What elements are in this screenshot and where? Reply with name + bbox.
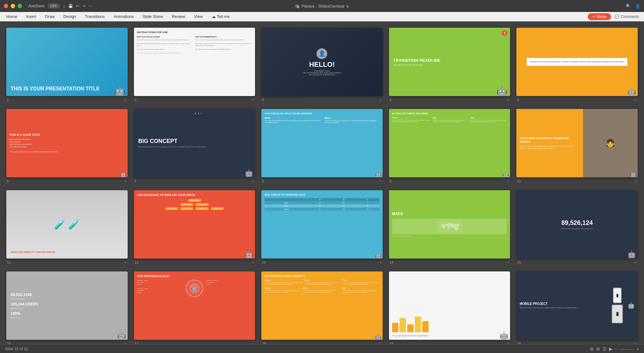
slide-star-6[interactable]: ☆	[124, 179, 127, 183]
slide-4-title: TRANSITION HEADLINE	[393, 58, 506, 63]
dropdown-icon[interactable]: ∨	[346, 4, 349, 9]
slide-number-1: 1	[7, 98, 9, 102]
menu-animations[interactable]: Animations	[112, 14, 135, 20]
slide-thumb-20[interactable]: MOBILE PROJECT Show and explain your web…	[516, 271, 638, 340]
hand-flask-left: 🧪	[54, 219, 66, 230]
slide-number-19: 19	[390, 342, 393, 344]
save-icon[interactable]: 💾	[68, 4, 73, 8]
slide-thumb-1[interactable]: 🤖 THIS IS YOUR PRESENTATION TITLE	[6, 28, 128, 96]
slide-12-title: USE DIAGRAMS TO EXPLAIN YOUR IDEAS	[137, 193, 252, 196]
zoom-in-icon[interactable]: +	[636, 346, 639, 351]
slide-star-16[interactable]: ☆	[124, 342, 127, 344]
slide-star-11[interactable]: ☆	[124, 260, 127, 265]
close-button[interactable]	[4, 4, 8, 8]
slide-area[interactable]: 🤖 THIS IS YOUR PRESENTATION TITLE 1 ☆ IN…	[0, 21, 644, 344]
slide-star-5[interactable]: ☆	[634, 98, 637, 102]
slide-star-4[interactable]: ☆	[506, 98, 509, 102]
slide-wrapper-14: MAPS	[389, 190, 510, 265]
slide-star-1[interactable]: ☆	[124, 98, 127, 102]
home-icon[interactable]: ⌂	[63, 4, 65, 8]
menu-slideshow[interactable]: Slide Show	[141, 14, 164, 20]
slide-star-14[interactable]: ☆	[506, 260, 509, 265]
slide-thumb-5[interactable]: 🤖 "Quotations are commonly printed as a …	[516, 28, 638, 96]
undo-icon[interactable]: ↩	[76, 4, 79, 8]
slide-thumb-3[interactable]: 👤 HELLO! I am Jayden SmithI am here beca…	[261, 28, 383, 96]
slide-star-9[interactable]: ☆	[506, 179, 509, 183]
menu-tellme[interactable]: ☁ Tell me	[210, 14, 231, 20]
slide-number-18: 18	[262, 342, 266, 344]
slide-thumb-11[interactable]: 🧪 🧪 WANT BIG IMPACT? USE BIG IMAGE.	[6, 190, 128, 259]
slide-star-2[interactable]: ☆	[251, 98, 254, 102]
more-icon[interactable]: ⋯	[89, 4, 92, 8]
slide-star-18[interactable]: ☆	[379, 342, 382, 344]
slide-thumb-8[interactable]: 🤖 YOU CAN ALSO SPLIT YOUR CONTENT White …	[261, 109, 383, 177]
slide-thumb-12[interactable]: 🤖 USE DIAGRAMS TO EXPLAIN YOUR IDEAS Lor…	[134, 190, 255, 259]
maximize-button[interactable]	[18, 4, 22, 8]
slide-9-col-1: Yellow Is the color of gold, butter and …	[392, 117, 431, 123]
slide-number-12: 12	[135, 260, 138, 264]
table-row: Yellow 10 20 7	[264, 201, 380, 204]
profile-icon[interactable]: 👤	[635, 4, 640, 9]
slide-wrapper-18: 🤖 LET'S REVIEW SOME CONCEPTS Yellow Is t…	[261, 271, 383, 344]
title-bar: AutoSave OFF ⌂ 💾 ↩ ↪ ⋯ 🎭 Flavius - Slide…	[0, 0, 644, 12]
slide-star-8[interactable]: ☆	[379, 179, 382, 183]
robot-decoration-9: 🤖	[502, 171, 509, 177]
menu-home[interactable]: Home	[5, 14, 19, 20]
robot-decoration-5: 🤖	[627, 88, 636, 96]
slide-star-15[interactable]: ☆	[634, 260, 637, 265]
slide-thumb-17[interactable]: OUR PROCESS IS EASY Vestibulum congueLor…	[134, 271, 255, 340]
menu-draw[interactable]: Draw	[44, 14, 56, 20]
slide-6-title: THIS IS A SLIDE TITLE	[9, 133, 125, 136]
slide-2-col-2: EDIT IN POWERPOINT® Click on the button …	[195, 36, 252, 50]
search-icon[interactable]: 🔍	[626, 4, 631, 9]
slide-star-12[interactable]: ☆	[251, 260, 254, 265]
slide-14-title: MAPS	[392, 212, 507, 216]
slide-thumb-10[interactable]: 👧 A PICTURE IS WORTH A THOUSAND WORDS A …	[516, 109, 638, 177]
slide-thumb-13[interactable]: 🤖 AND TABLES TO COMPARE DATA A B C	[261, 190, 383, 259]
autosave-toggle[interactable]: OFF	[48, 3, 60, 9]
menu-design[interactable]: Design	[62, 14, 77, 20]
slide-footer-8: 8 ☆	[261, 179, 383, 184]
svg-point-8	[454, 226, 458, 230]
slide-thumb-19[interactable]: 🤖 You can insert graphs from Excel or Go…	[389, 271, 510, 340]
slide-thumb-16[interactable]: 🤖 89,526,124$ That's a lot of money 185,…	[6, 271, 128, 340]
stat-2-label: And a lot of users	[11, 307, 123, 309]
menu-right: ↗ Share 💬 Comments	[588, 13, 639, 20]
world-map-svg	[398, 220, 501, 233]
view-grid-icon[interactable]: ⊞	[596, 346, 600, 351]
menu-transitions[interactable]: Transitions	[84, 14, 106, 20]
slide-thumb-4[interactable]: 1 🤖 TRANSITION HEADLINE Let's start with…	[389, 28, 510, 96]
minimize-button[interactable]	[11, 4, 15, 8]
robot-decoration-13: 🤖	[375, 253, 381, 259]
menu-insert[interactable]: Insert	[25, 14, 38, 20]
slide-2-cols: EDIT IN GOOGLE SLIDES Click on the butto…	[137, 36, 252, 50]
slide-thumb-2[interactable]: INSTRUCTIONS FOR USE EDIT IN GOOGLE SLID…	[134, 28, 255, 96]
slide-star-19[interactable]: ☆	[506, 342, 509, 344]
slide-thumb-14[interactable]: MAPS	[389, 190, 510, 259]
menu-review[interactable]: Review	[170, 14, 186, 20]
share-button[interactable]: ↗ Share	[588, 13, 611, 20]
slide-star-3[interactable]: ☆	[379, 98, 382, 102]
slide-18-col-2: Blue Is the color of the clear sky and t…	[305, 279, 341, 285]
view-normal-icon[interactable]: ⊞	[590, 346, 594, 351]
comments-button[interactable]: 💬 Comments	[615, 14, 639, 19]
redo-icon[interactable]: ↪	[82, 4, 86, 8]
zoom-out-icon[interactable]: −	[615, 346, 618, 351]
main-content: 🤖 THIS IS YOUR PRESENTATION TITLE 1 ☆ IN…	[0, 21, 644, 344]
slide-thumb-15[interactable]: 🤖 89,526,124 Whoa! That's a big number, …	[516, 190, 638, 259]
slide-15-subtitle: Whoa! That's a big number, aren't you pr…	[561, 228, 593, 230]
robot-decoration-7: 🤖	[245, 169, 253, 177]
slide-star-20[interactable]: ☆	[634, 342, 637, 344]
robot-decoration-10: 🤖	[630, 171, 636, 177]
slide-star-17[interactable]: ☆	[251, 342, 254, 344]
slide-star-13[interactable]: ☆	[379, 260, 382, 265]
slide-thumb-18[interactable]: 🤖 LET'S REVIEW SOME CONCEPTS Yellow Is t…	[261, 271, 383, 340]
slide-thumb-7[interactable]: ★ ✦ ✧ 🤖 BIG CONCEPT Bring the attention …	[134, 109, 255, 177]
view-outline-icon[interactable]: ☰	[602, 346, 607, 351]
slide-thumb-9[interactable]: 🤖 IN TWO OR THREE COLUMNS Yellow Is the …	[389, 109, 510, 177]
slide-star-7[interactable]: ☆	[251, 179, 254, 183]
view-presenter-icon[interactable]: ▶	[609, 346, 613, 351]
slide-star-10[interactable]: ☆	[634, 179, 637, 183]
menu-view[interactable]: View	[193, 14, 204, 20]
slide-thumb-6[interactable]: 🤖 THIS IS A SLIDE TITLE ■ Here you have …	[6, 109, 128, 177]
